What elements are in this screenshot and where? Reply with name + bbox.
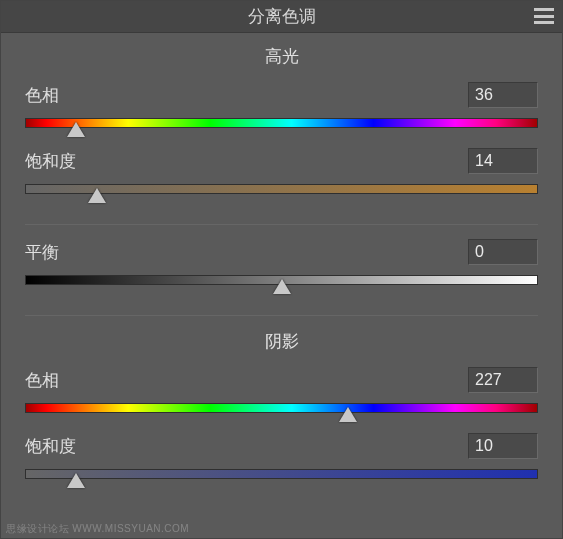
highlights-sat-row: 饱和度 — [25, 148, 538, 174]
highlights-sat-slider[interactable] — [25, 180, 538, 204]
hue-track — [25, 403, 538, 413]
highlights-hue-label: 色相 — [25, 84, 59, 107]
hamburger-menu-icon[interactable] — [534, 8, 554, 24]
shadows-hue-slider[interactable] — [25, 399, 538, 423]
hue-track — [25, 118, 538, 128]
slider-thumb[interactable] — [88, 188, 106, 203]
sat-track — [25, 469, 538, 479]
highlights-sat-input[interactable] — [468, 148, 538, 174]
highlights-section: 高光 色相 饱和度 — [1, 33, 562, 218]
shadows-sat-label: 饱和度 — [25, 435, 76, 458]
balance-section: 平衡 — [1, 227, 562, 309]
split-toning-panel: 分离色调 高光 色相 饱和度 平衡 — [0, 0, 563, 539]
shadows-section: 阴影 色相 饱和度 — [1, 318, 562, 503]
highlights-title: 高光 — [25, 45, 538, 68]
shadows-hue-label: 色相 — [25, 369, 59, 392]
balance-slider[interactable] — [25, 271, 538, 295]
divider — [25, 315, 538, 316]
divider — [25, 224, 538, 225]
highlights-sat-label: 饱和度 — [25, 150, 76, 173]
shadows-sat-row: 饱和度 — [25, 433, 538, 459]
slider-thumb[interactable] — [339, 407, 357, 422]
highlights-hue-row: 色相 — [25, 82, 538, 108]
slider-thumb[interactable] — [67, 122, 85, 137]
panel-header: 分离色调 — [1, 1, 562, 33]
balance-input[interactable] — [468, 239, 538, 265]
shadows-sat-slider[interactable] — [25, 465, 538, 489]
panel-title: 分离色调 — [248, 5, 316, 28]
balance-row: 平衡 — [25, 239, 538, 265]
shadows-sat-input[interactable] — [468, 433, 538, 459]
shadows-title: 阴影 — [25, 330, 538, 353]
balance-label: 平衡 — [25, 241, 59, 264]
slider-thumb[interactable] — [67, 473, 85, 488]
slider-thumb[interactable] — [273, 279, 291, 294]
watermark-text: 思缘设计论坛 WWW.MISSYUAN.COM — [6, 522, 189, 536]
shadows-hue-row: 色相 — [25, 367, 538, 393]
shadows-hue-input[interactable] — [468, 367, 538, 393]
highlights-hue-input[interactable] — [468, 82, 538, 108]
highlights-hue-slider[interactable] — [25, 114, 538, 138]
